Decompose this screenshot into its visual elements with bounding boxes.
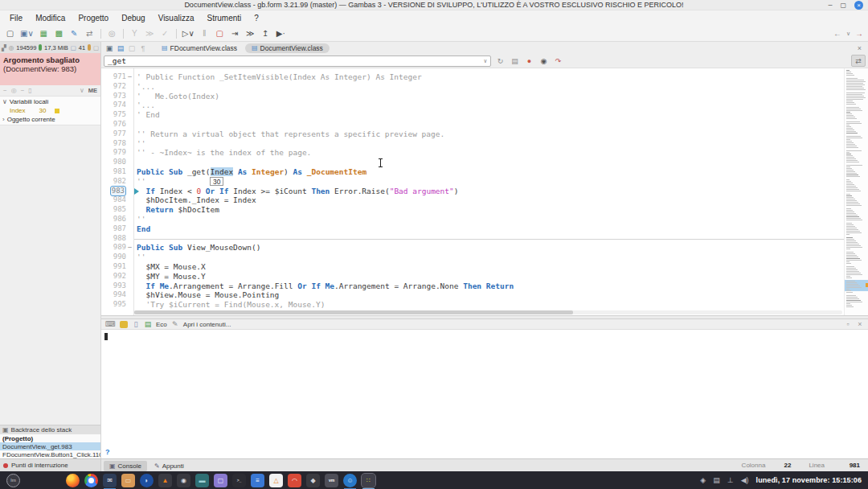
gutter-cell[interactable]: 983 bbox=[101, 187, 133, 196]
code-line[interactable]: 995 'Try $iCurrent = Find(Mouse.x, Mouse… bbox=[101, 300, 844, 310]
menu-item-modifica[interactable]: Modifica bbox=[29, 12, 72, 24]
gutter-cell[interactable]: 974 bbox=[101, 101, 133, 110]
code-line[interactable]: 977'' Return a virtual object that repre… bbox=[101, 129, 844, 139]
thunderbird-icon[interactable]: ◗ bbox=[140, 474, 154, 487]
gutter-cell[interactable]: 978 bbox=[101, 139, 133, 149]
gutter-cell[interactable]: 988 bbox=[101, 234, 133, 244]
open-files-icon[interactable]: ▤ bbox=[116, 44, 125, 52]
stop-icon[interactable]: ▢ bbox=[215, 27, 225, 40]
gambas-icon[interactable]: ☺ bbox=[343, 474, 357, 487]
gutter-cell[interactable]: 981 bbox=[101, 167, 133, 177]
me-selector[interactable]: ME bbox=[88, 87, 97, 94]
gutter-cell[interactable]: 971− bbox=[101, 72, 133, 82]
step-icon[interactable]: ⇥ bbox=[230, 27, 240, 40]
watch-eye-icon[interactable]: ◉ bbox=[538, 57, 549, 65]
files-icon[interactable]: ▭ bbox=[121, 474, 135, 487]
save-all-icon[interactable]: ▩ bbox=[54, 27, 64, 40]
gutter-cell[interactable]: 993 bbox=[101, 281, 133, 291]
diagram-app-icon[interactable]: △ bbox=[269, 474, 283, 487]
menu-item-progetto[interactable]: Progetto bbox=[72, 12, 115, 24]
dash-icon[interactable]: − bbox=[3, 87, 7, 94]
run-icon[interactable]: ▷∨ bbox=[182, 27, 194, 40]
menu-item-file[interactable]: File bbox=[3, 12, 29, 24]
close-tab-icon[interactable]: × bbox=[854, 44, 865, 52]
echo-button[interactable]: Eco bbox=[156, 321, 167, 328]
notes-app-icon[interactable]: ▢ bbox=[214, 474, 227, 487]
stack-frame[interactable]: DocumentView._get.983 bbox=[0, 442, 100, 450]
volume-icon[interactable]: ◀) bbox=[741, 477, 749, 484]
gutter-cell[interactable]: 992 bbox=[101, 272, 133, 281]
nav-history-icon[interactable]: ∨ bbox=[846, 31, 850, 37]
run-until-icon[interactable]: ▶· bbox=[276, 27, 286, 40]
popout-icon[interactable]: ▫ bbox=[844, 320, 852, 328]
clock[interactable]: lunedì, 17 novembre: 15:15:06 bbox=[756, 476, 862, 484]
chevron-down-icon[interactable]: ∨ bbox=[80, 87, 84, 94]
nav-back-icon[interactable]: ← bbox=[833, 29, 841, 38]
start-menu-button[interactable]: lm bbox=[6, 474, 20, 487]
gutter-cell[interactable]: 994 bbox=[101, 290, 133, 300]
step-out-icon[interactable]: ↥ bbox=[260, 27, 271, 40]
menu-item-debug[interactable]: Debug bbox=[115, 12, 151, 24]
search-input[interactable]: _get ∨ bbox=[104, 55, 491, 67]
horizontal-scrollbar[interactable] bbox=[134, 310, 842, 314]
check-icon[interactable]: ✓ bbox=[160, 27, 170, 40]
split-view-icon[interactable]: ▢ bbox=[127, 44, 137, 52]
open-project-icon[interactable]: ▣∨ bbox=[20, 27, 34, 40]
close-console-icon[interactable]: × bbox=[856, 320, 864, 328]
current-object-node[interactable]: › Oggetto corrente bbox=[0, 115, 100, 124]
red-app-icon[interactable]: ◠ bbox=[288, 474, 301, 487]
terminal-icon[interactable]: >_ bbox=[232, 474, 246, 487]
camera-icon[interactable]: ◉ bbox=[177, 474, 190, 487]
vmware-icon[interactable]: vm bbox=[325, 474, 338, 487]
edit-icon[interactable]: ✎ bbox=[69, 27, 80, 40]
fold-marker-icon[interactable]: − bbox=[126, 72, 133, 82]
lock-icon[interactable] bbox=[120, 321, 128, 328]
gutter-cell[interactable]: 984 bbox=[101, 195, 133, 205]
code-line[interactable]: 984 $hDocItem._Index = Index bbox=[101, 195, 844, 205]
gutter-cell[interactable]: 995 bbox=[101, 300, 133, 310]
gutter-cell[interactable]: 985 bbox=[101, 205, 133, 215]
gutter-cell[interactable]: 977 bbox=[101, 129, 133, 139]
code-line[interactable]: 989−Public Sub View_MouseDown() bbox=[101, 243, 844, 253]
gutter-cell[interactable]: 991 bbox=[101, 262, 133, 272]
chevron-down-icon[interactable]: ∨ bbox=[484, 58, 487, 64]
code-line[interactable]: 985 Return $hDocItem bbox=[101, 205, 844, 215]
code-line[interactable]: 986'' bbox=[101, 215, 844, 224]
fold-marker-icon[interactable]: − bbox=[126, 243, 133, 253]
gutter-cell[interactable]: 986 bbox=[101, 215, 133, 224]
local-variables-node[interactable]: ∨ Variabili locali bbox=[0, 97, 100, 106]
merge-icon[interactable]: Y bbox=[129, 27, 140, 40]
gambas-ide-window-icon[interactable]: ∷ bbox=[362, 474, 375, 487]
keyboard-icon[interactable]: ⌨ bbox=[105, 320, 116, 328]
tab-documentview.class[interactable]: ▤DocumentView.class bbox=[245, 43, 330, 53]
jump-icon[interactable]: ↷ bbox=[553, 57, 563, 65]
inkscape-icon[interactable]: ◆ bbox=[306, 474, 320, 487]
debug-console-icon[interactable]: ▣ bbox=[104, 44, 114, 52]
dash2-icon[interactable]: − bbox=[21, 87, 25, 94]
documents-icon[interactable]: ≡ bbox=[251, 474, 264, 487]
gutter-cell[interactable]: 979 bbox=[101, 148, 133, 158]
network-icon[interactable]: ⊥ bbox=[727, 477, 734, 484]
code-line[interactable]: 971−' Public Function _SetItemVisible(In… bbox=[101, 72, 844, 82]
tab-fdocumentview.class[interactable]: ▤FDocumentView.class bbox=[155, 43, 244, 53]
chrome-icon[interactable] bbox=[84, 474, 98, 487]
forward-icon[interactable]: ≫ bbox=[245, 27, 256, 40]
gutter-cell[interactable]: 987 bbox=[101, 224, 133, 234]
close-button[interactable]: × bbox=[854, 1, 863, 10]
mail-icon[interactable]: ✉ bbox=[103, 474, 117, 487]
nav-forward-icon[interactable]: → bbox=[855, 29, 863, 38]
shield-icon[interactable]: ◈ bbox=[700, 477, 706, 484]
code-line[interactable]: 979'' - ~Index~ is the index of the page… bbox=[101, 148, 844, 158]
trash-icon[interactable]: ▯ bbox=[132, 320, 140, 328]
compile-icon[interactable]: ⇄ bbox=[84, 27, 95, 40]
list-icon[interactable]: ▤ bbox=[510, 57, 520, 65]
refresh-icon[interactable]: ↻ bbox=[495, 57, 506, 65]
vlc-icon[interactable]: ▲ bbox=[158, 474, 172, 487]
watch-icon[interactable]: ◎ bbox=[11, 87, 17, 94]
wrap-icon[interactable]: ⇄ bbox=[851, 55, 866, 67]
code-line[interactable]: 978'' bbox=[101, 139, 844, 149]
code-line[interactable]: 975' End bbox=[101, 110, 844, 120]
variable-row[interactable]: Index30 bbox=[0, 106, 100, 115]
minimize-button[interactable]: – bbox=[828, 1, 832, 10]
code-line[interactable]: 983 If Index < 0 Or If Index >= $iCount … bbox=[101, 187, 844, 196]
